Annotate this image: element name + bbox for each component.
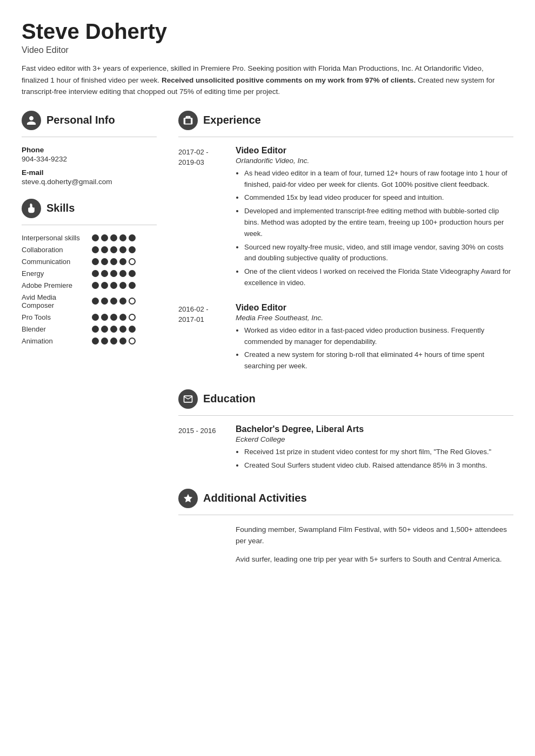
skill-dot [101, 246, 108, 253]
experience-job-title: Video Editor [236, 303, 513, 313]
skill-name: Pro Tools [22, 313, 86, 321]
candidate-name: Steve Doherty [22, 19, 513, 43]
skill-dot [101, 326, 108, 333]
candidate-title: Video Editor [22, 45, 513, 55]
experience-bullet: One of the client videos I worked on rec… [244, 266, 513, 289]
experience-content: Video EditorMedia Free Southeast, Inc.Wo… [236, 303, 513, 374]
personal-info-icon [22, 111, 41, 130]
education-bullets: Received 1st prize in student video cont… [236, 447, 513, 471]
skill-dot [92, 282, 99, 289]
skill-name: Energy [22, 269, 86, 278]
skill-dots [92, 338, 136, 345]
skill-dot [119, 258, 126, 265]
skill-row: Energy [22, 269, 157, 278]
activity-paragraph: Avid surfer, leading one trip per year w… [236, 554, 513, 565]
experience-bullet: Created a new system for storing b-roll … [244, 349, 513, 372]
skills-list: Interpersonal skillsCollaborationCommuni… [22, 234, 157, 345]
skill-dot [129, 270, 136, 277]
experience-entry: 2016-02 - 2017-01Video EditorMedia Free … [178, 303, 513, 374]
skill-dots [92, 298, 136, 305]
skill-dot [101, 338, 108, 345]
skill-row: Collaboration [22, 246, 157, 254]
skill-name: Interpersonal skills [22, 234, 86, 242]
skill-dots [92, 270, 136, 277]
email-value: steve.q.doherty@gmail.com [22, 178, 157, 186]
skill-dot [92, 326, 99, 333]
skill-dots [92, 314, 136, 321]
skill-dot [110, 298, 117, 305]
skill-dot [92, 314, 99, 321]
personal-info-divider [22, 137, 157, 137]
experience-bullet: Commended 15x by lead video producer for… [244, 192, 513, 204]
skill-row: Adobe Premiere [22, 281, 157, 289]
skill-dot [119, 298, 126, 305]
skill-dot [110, 234, 117, 241]
skill-dot [110, 246, 117, 253]
experience-bullet: As head video editor in a team of four, … [244, 168, 513, 191]
right-column: Experience 2017-02 - 2019-03Video Editor… [168, 111, 513, 580]
activities-section: Additional Activities Founding member, S… [178, 489, 513, 565]
skill-name: Collaboration [22, 246, 86, 254]
experience-divider [178, 137, 513, 137]
experience-date: 2017-02 - 2019-03 [178, 146, 227, 291]
skill-name: Adobe Premiere [22, 281, 86, 289]
activity-paragraph: Founding member, Swampland Film Festival… [236, 524, 513, 547]
skill-row: Animation [22, 337, 157, 345]
skill-dots [92, 234, 136, 241]
skill-dot [129, 338, 136, 345]
experience-bullet: Developed and implemented transcript-fre… [244, 206, 513, 239]
activities-header: Additional Activities [178, 489, 513, 508]
personal-info-header: Personal Info [22, 111, 157, 130]
experience-job-title: Video Editor [236, 146, 513, 156]
experience-icon [178, 111, 198, 130]
experience-header: Experience [178, 111, 513, 130]
skill-dot [119, 282, 126, 289]
skill-dot [110, 270, 117, 277]
skill-dot [92, 246, 99, 253]
skill-dot [119, 270, 126, 277]
skill-dot [101, 270, 108, 277]
skill-dot [101, 234, 108, 241]
skill-name: Avid Media Composer [22, 293, 86, 309]
skill-dot [101, 258, 108, 265]
skill-dot [119, 314, 126, 321]
skill-dot [101, 282, 108, 289]
email-label: E-mail [22, 168, 157, 177]
experience-company: Media Free Southeast, Inc. [236, 314, 513, 322]
skills-hand-icon [26, 203, 37, 214]
experience-content: Video EditorOrlandorific Video, Inc.As h… [236, 146, 513, 291]
skill-dot [110, 314, 117, 321]
skill-dots [92, 246, 136, 253]
skill-dots [92, 258, 136, 265]
skill-dots [92, 326, 136, 333]
skills-header: Skills [22, 199, 157, 218]
education-section: Education 2015 - 2016Bachelor's Degree, … [178, 389, 513, 474]
skill-dot [129, 258, 136, 265]
skill-dot [92, 298, 99, 305]
activities-divider [178, 515, 513, 515]
education-list: 2015 - 2016Bachelor's Degree, Liberal Ar… [178, 424, 513, 474]
experience-bullets: Worked as video editor in a fast-paced v… [236, 325, 513, 372]
skill-dot [129, 246, 136, 253]
skill-dot [92, 234, 99, 241]
skill-name: Blender [22, 325, 86, 333]
experience-section: Experience 2017-02 - 2019-03Video Editor… [178, 111, 513, 374]
experience-bullet: Worked as video editor in a fast-paced v… [244, 325, 513, 348]
experience-title: Experience [203, 114, 261, 126]
experience-date: 2016-02 - 2017-01 [178, 303, 227, 374]
skill-dot [119, 246, 126, 253]
experience-company: Orlandorific Video, Inc. [236, 157, 513, 165]
briefcase-icon [183, 115, 193, 126]
skill-dot [129, 282, 136, 289]
skills-title: Skills [46, 202, 75, 214]
skill-dot [110, 258, 117, 265]
skill-dot [101, 314, 108, 321]
skills-section: Skills Interpersonal skillsCollaboration… [22, 199, 157, 345]
education-content: Bachelor's Degree, Liberal ArtsEckerd Co… [236, 424, 513, 474]
skill-dot [92, 258, 99, 265]
skill-row: Communication [22, 258, 157, 266]
star-icon [183, 493, 193, 504]
education-school: Eckerd College [236, 435, 513, 443]
skill-dot [129, 298, 136, 305]
person-icon [26, 115, 37, 126]
